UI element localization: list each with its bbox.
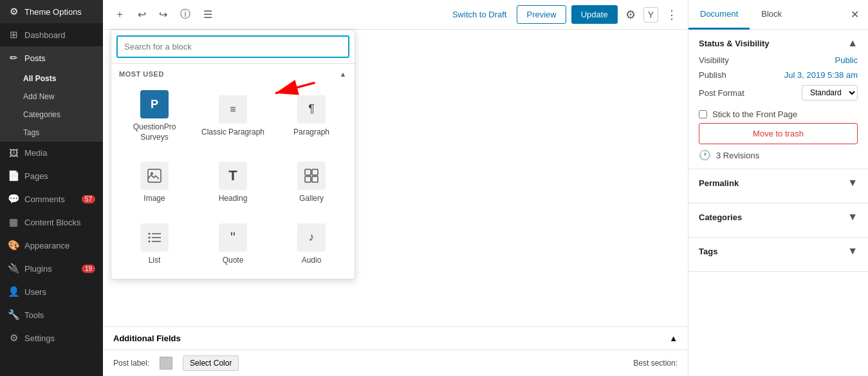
status-visibility-header[interactable]: Status & Visibility ▲ xyxy=(699,37,858,49)
categories-section: Categories ▼ xyxy=(688,203,868,238)
svg-rect-2 xyxy=(305,169,311,175)
collapse-icon[interactable]: ▲ xyxy=(669,334,678,343)
info-button[interactable]: ⓘ xyxy=(176,5,194,24)
additional-fields-body: Post label: Select Color Best section: xyxy=(103,350,688,376)
visibility-value[interactable]: Public xyxy=(835,55,858,65)
stick-front-checkbox[interactable] xyxy=(699,110,707,118)
status-visibility-section: Status & Visibility ▲ Visibility Public … xyxy=(688,30,868,169)
sidebar-item-users[interactable]: 👤 Users xyxy=(0,280,103,303)
users-icon: 👤 xyxy=(8,286,19,297)
block-search-area xyxy=(111,30,355,64)
sidebar-item-tags[interactable]: Tags xyxy=(0,124,103,142)
block-item-questionpro[interactable]: P QuestionPro Surveys xyxy=(116,82,192,151)
sidebar-item-comments[interactable]: 💬 Comments 57 xyxy=(0,187,103,211)
categories-header[interactable]: Categories ▼ xyxy=(699,211,858,223)
quote-icon: " xyxy=(219,223,247,252)
sidebar-item-tools[interactable]: 🔧 Tools xyxy=(0,303,103,326)
add-block-button[interactable]: ＋ xyxy=(111,5,129,24)
tab-block[interactable]: Block xyxy=(750,0,793,30)
permalink-header[interactable]: Permalink ▼ xyxy=(699,177,858,189)
sidebar-item-settings[interactable]: ⚙ Settings xyxy=(0,326,103,350)
chevron-up-icon: ▲ xyxy=(847,37,858,49)
more-options-button[interactable]: ⋮ xyxy=(663,5,680,24)
audio-icon: ♪ xyxy=(297,223,326,252)
block-item-heading[interactable]: T Heading xyxy=(195,153,271,212)
heading-icon: T xyxy=(219,162,247,190)
block-item-quote[interactable]: " Quote xyxy=(195,215,271,274)
move-to-trash-button[interactable]: Move to trash xyxy=(699,123,858,144)
list-view-button[interactable]: ☰ xyxy=(199,6,216,23)
block-item-gallery[interactable]: Gallery xyxy=(273,153,349,212)
most-used-grid: P QuestionPro Surveys ≡ Classic Paragrap… xyxy=(116,82,349,279)
block-item-list[interactable]: List xyxy=(116,215,192,274)
undo-button[interactable]: ↩ xyxy=(134,6,150,23)
right-panel: Document Block ✕ Status & Visibility ▲ V… xyxy=(688,0,868,376)
panel-tabs: Document Block ✕ xyxy=(688,0,868,30)
revisions-label: 3 Revisions xyxy=(716,151,759,160)
block-item-audio[interactable]: ♪ Audio xyxy=(273,215,349,274)
sidebar-item-pages[interactable]: 📄 Pages xyxy=(0,164,103,187)
sidebar-item-media[interactable]: 🖼 Media xyxy=(0,142,103,164)
image-icon xyxy=(140,162,169,190)
sidebar-item-categories[interactable]: Categories xyxy=(0,106,103,124)
preview-button[interactable]: Preview xyxy=(517,5,566,24)
block-search-input[interactable] xyxy=(116,35,349,58)
publish-date-value[interactable]: Jul 3, 2019 5:38 am xyxy=(784,70,858,80)
sidebar: ⚙ Theme Options ⊞ Dashboard ✏ Posts All … xyxy=(0,0,103,376)
panel-close-button[interactable]: ✕ xyxy=(842,2,868,27)
sidebar-item-label: Theme Options xyxy=(24,7,82,17)
permalink-section: Permalink ▼ xyxy=(688,169,868,203)
tags-header[interactable]: Tags ▼ xyxy=(699,245,858,257)
block-item-paragraph[interactable]: ¶ Paragraph xyxy=(273,82,349,151)
comments-badge: 57 xyxy=(82,195,95,203)
sidebar-item-posts[interactable]: ✏ Posts xyxy=(0,46,103,70)
main-editor: ＋ ↩ ↪ ⓘ ☰ Switch to Draft Preview Update… xyxy=(103,0,688,376)
tab-document[interactable]: Document xyxy=(688,0,750,30)
update-button[interactable]: Update xyxy=(571,5,618,24)
block-item-image[interactable]: Image xyxy=(116,153,192,212)
svg-rect-3 xyxy=(312,169,318,175)
panel-body: Status & Visibility ▲ Visibility Public … xyxy=(688,30,868,376)
sidebar-item-dashboard[interactable]: ⊞ Dashboard xyxy=(0,23,103,46)
sidebar-item-label: Settings xyxy=(24,334,55,343)
media-icon: 🖼 xyxy=(8,147,19,158)
publish-row: Publish Jul 3, 2019 5:38 am xyxy=(699,70,858,80)
chevron-up-icon: ▲ xyxy=(340,70,347,78)
sidebar-item-plugins[interactable]: 🔌 Plugins 19 xyxy=(0,257,103,280)
svg-point-8 xyxy=(149,236,151,238)
settings-icon: ⚙ xyxy=(8,332,19,344)
sidebar-item-add-new[interactable]: Add New xyxy=(0,88,103,106)
sidebar-item-label: Users xyxy=(24,287,46,297)
post-format-select[interactable]: Standard xyxy=(802,85,858,100)
sidebar-item-label: Media xyxy=(24,148,47,158)
block-label: List xyxy=(149,256,161,266)
gallery-icon xyxy=(297,162,326,190)
block-label: Gallery xyxy=(299,194,324,204)
redo-button[interactable]: ↪ xyxy=(155,6,171,23)
svg-point-6 xyxy=(149,232,151,234)
pages-icon: 📄 xyxy=(8,170,19,182)
editor-top-bar: ＋ ↩ ↪ ⓘ ☰ Switch to Draft Preview Update… xyxy=(103,0,688,30)
content-blocks-icon: ▦ xyxy=(8,216,19,228)
block-list-scroll: Most Used ▲ P QuestionPro Surveys ≡ Clas… xyxy=(111,64,355,279)
comments-icon: 💬 xyxy=(8,193,19,205)
block-item-classic-paragraph[interactable]: ≡ Classic Paragraph xyxy=(195,82,271,151)
color-swatch xyxy=(160,357,172,370)
revisions-row[interactable]: 🕐 3 Revisions xyxy=(699,144,858,161)
switch-to-draft-button[interactable]: Switch to Draft xyxy=(447,10,512,19)
sidebar-item-content-blocks[interactable]: ▦ Content Blocks xyxy=(0,211,103,234)
settings-gear-button[interactable]: ⚙ xyxy=(623,5,638,24)
block-label: Audio xyxy=(302,256,322,266)
stick-front-row: Stick to the Front Page xyxy=(699,106,858,123)
svg-point-1 xyxy=(151,173,153,175)
yoast-button[interactable]: Y xyxy=(643,7,658,23)
posts-submenu: All Posts Add New Categories Tags xyxy=(0,70,103,142)
sidebar-item-theme-options[interactable]: ⚙ Theme Options xyxy=(0,0,103,23)
svg-rect-4 xyxy=(305,176,311,182)
questionpro-icon: P xyxy=(140,90,169,118)
list-icon xyxy=(140,223,169,252)
sidebar-item-appearance[interactable]: 🎨 Appearance xyxy=(0,234,103,257)
select-color-button[interactable]: Select Color xyxy=(183,355,239,371)
sidebar-item-all-posts[interactable]: All Posts xyxy=(0,70,103,88)
sidebar-item-label: Content Blocks xyxy=(24,218,80,227)
